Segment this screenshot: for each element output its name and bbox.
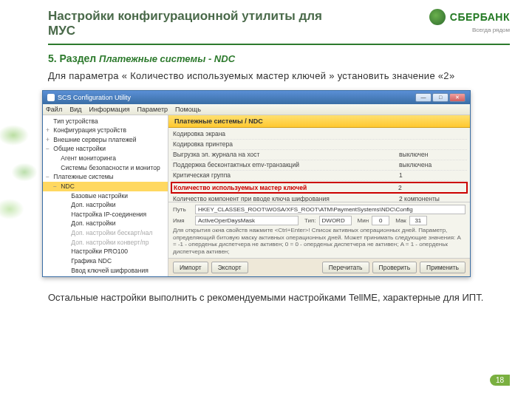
page-number: 18 bbox=[490, 375, 510, 386]
app-icon bbox=[47, 94, 55, 101]
type-value: DWORD bbox=[319, 216, 352, 225]
tree-item[interactable]: Доп. настройки bbox=[43, 219, 168, 228]
param-row[interactable]: Критическая группа1 bbox=[171, 171, 467, 181]
export-button[interactable]: Экспорт bbox=[211, 262, 248, 273]
tree-item[interactable]: Графика NDC bbox=[43, 256, 168, 266]
tree-item[interactable]: Доп. настройки бескарт/нал bbox=[43, 228, 168, 238]
instruction-text: Для параметра « Количество используемых … bbox=[48, 69, 510, 84]
param-description: Для открытия окна свойств нажмите <Ctrl+… bbox=[173, 227, 466, 255]
param-row[interactable]: Поддержка бесконтактных emv-транзакцийвы… bbox=[171, 160, 467, 171]
path-label: Путь bbox=[173, 206, 192, 213]
menu-bar: Файл Вид Информация Параметр Помощь bbox=[43, 104, 470, 115]
import-button[interactable]: Импорт bbox=[173, 262, 208, 273]
tree-item[interactable]: − NDC bbox=[43, 182, 168, 191]
param-list: Кодировка экранаКодировка принтераВыгруз… bbox=[168, 128, 470, 202]
close-button[interactable]: ✕ bbox=[449, 93, 466, 102]
tree-item[interactable]: + Конфигурация устройств bbox=[43, 126, 168, 135]
maximize-button[interactable]: □ bbox=[432, 93, 449, 102]
tree-item[interactable]: Доп. настройки bbox=[43, 200, 168, 210]
tree-item[interactable]: Агент мониторинга bbox=[43, 154, 168, 163]
tree-item[interactable]: Доп. настройки конверт/пр bbox=[43, 238, 168, 248]
tree-item[interactable]: − Платежные системы bbox=[43, 172, 168, 182]
path-value: HKEY_CLASSES_ROOT\WOSA/XFS_ROOT\ATM\Paym… bbox=[195, 205, 466, 214]
header-divider bbox=[48, 44, 510, 45]
check-button[interactable]: Проверить bbox=[372, 262, 417, 273]
param-row[interactable]: Кодировка принтера bbox=[171, 140, 467, 150]
detail-panel: Путь HKEY_CLASSES_ROOT\WOSA/XFS_ROOT\ATM… bbox=[168, 202, 470, 257]
tree-item[interactable]: + Внешние серверы платежей bbox=[43, 135, 168, 145]
section-name: Платежные системы - NDC bbox=[99, 53, 235, 64]
sberbank-icon bbox=[429, 9, 446, 25]
max-value: 31 bbox=[409, 216, 427, 225]
param-row[interactable]: Кодировка экрана bbox=[171, 129, 467, 140]
min-value: 0 bbox=[372, 216, 389, 225]
reread-button[interactable]: Перечитать bbox=[322, 262, 369, 273]
minimize-button[interactable]: — bbox=[415, 93, 432, 102]
main-panel: Платежные системы / NDC Кодировка экрана… bbox=[168, 115, 470, 276]
param-row[interactable]: Выгрузка эл. журнала на хоствыключен bbox=[171, 150, 467, 160]
name-label: Имя bbox=[173, 217, 192, 224]
brand-name: СБЕРБАНК bbox=[450, 11, 510, 23]
footer-note: Остальные настройки выполнить с рекоменд… bbox=[48, 290, 510, 305]
button-row: Импорт Экспорт Перечитать Проверить Прим… bbox=[168, 258, 470, 276]
tree-item[interactable]: Настройка IP-соединения bbox=[43, 210, 168, 219]
section-number: 5. Раздел bbox=[48, 52, 99, 64]
min-label: Мин bbox=[358, 217, 369, 224]
menu-file[interactable]: Файл bbox=[46, 106, 62, 113]
menu-param[interactable]: Параметр bbox=[137, 106, 168, 113]
menu-help[interactable]: Помощь bbox=[175, 106, 201, 113]
window-title: SCS Configuration Utility bbox=[58, 94, 131, 101]
apply-button[interactable]: Применить bbox=[420, 262, 466, 273]
nav-tree[interactable]: Тип устройства+ Конфигурация устройств+ … bbox=[43, 115, 168, 276]
name-value: ActiveOperDaysMask bbox=[195, 216, 299, 225]
tree-item[interactable]: Тип устройства bbox=[43, 117, 168, 126]
section-heading: 5. Раздел Платежные системы - NDC bbox=[48, 52, 510, 64]
tree-item[interactable]: Настройки PRO100 bbox=[43, 247, 168, 256]
tree-item[interactable]: Базовые настройки bbox=[43, 191, 168, 201]
window-titlebar[interactable]: SCS Configuration Utility — □ ✕ bbox=[43, 91, 470, 104]
tree-item[interactable]: − Общие настройки bbox=[43, 144, 168, 154]
type-label: Тип: bbox=[304, 217, 316, 224]
menu-view[interactable]: Вид bbox=[69, 106, 81, 113]
menu-info[interactable]: Информация bbox=[89, 106, 129, 113]
tree-item[interactable]: + NDC2 bbox=[43, 275, 168, 276]
brand-tagline: Всегда рядом bbox=[472, 27, 510, 33]
max-label: Мак bbox=[395, 217, 406, 224]
param-row[interactable]: Количество компонент при вводе ключа шиф… bbox=[171, 194, 467, 202]
panel-header: Платежные системы / NDC bbox=[168, 115, 470, 128]
tree-item[interactable]: Системы безопасности и монитор bbox=[43, 163, 168, 173]
tree-item[interactable]: Ввод ключей шифрования bbox=[43, 266, 168, 276]
param-row[interactable]: Количество используемых мастер ключей2 bbox=[171, 182, 468, 194]
config-utility-window: SCS Configuration Utility — □ ✕ Файл Вид… bbox=[42, 90, 471, 277]
slide-title: Настройки конфигурационной утилиты для М… bbox=[48, 9, 344, 39]
brand-logo: СБЕРБАНК Всегда рядом bbox=[429, 9, 510, 33]
